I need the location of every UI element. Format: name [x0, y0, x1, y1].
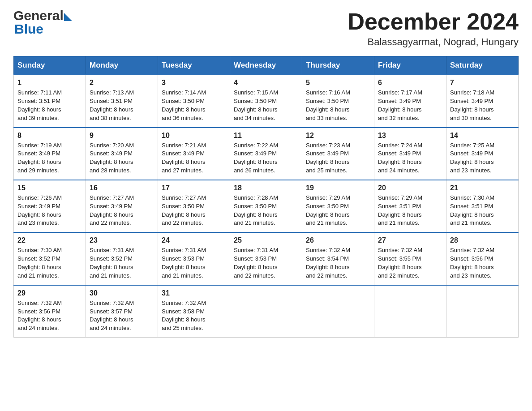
day-number: 29 — [17, 289, 82, 297]
day-number: 7 — [450, 79, 515, 87]
day-info: Sunrise: 7:19 AMSunset: 3:49 PMDaylight:… — [17, 142, 62, 174]
calendar-cell — [302, 285, 374, 338]
calendar-cell: 12Sunrise: 7:23 AMSunset: 3:49 PMDayligh… — [302, 128, 374, 180]
calendar-cell: 22Sunrise: 7:30 AMSunset: 3:52 PMDayligh… — [14, 232, 86, 285]
day-number: 18 — [234, 184, 298, 192]
day-info: Sunrise: 7:31 AMSunset: 3:52 PMDaylight:… — [90, 247, 134, 279]
day-info: Sunrise: 7:26 AMSunset: 3:49 PMDaylight:… — [17, 194, 62, 227]
calendar-cell: 26Sunrise: 7:32 AMSunset: 3:54 PMDayligh… — [302, 232, 374, 285]
weekday-header-monday: Monday — [86, 56, 158, 75]
day-info: Sunrise: 7:27 AMSunset: 3:50 PMDaylight:… — [162, 194, 206, 227]
calendar-cell: 28Sunrise: 7:32 AMSunset: 3:56 PMDayligh… — [446, 232, 519, 285]
day-number: 17 — [162, 184, 226, 192]
day-info: Sunrise: 7:32 AMSunset: 3:58 PMDaylight:… — [162, 300, 206, 332]
calendar-table: SundayMondayTuesdayWednesdayThursdayFrid… — [13, 56, 519, 338]
calendar-cell: 29Sunrise: 7:32 AMSunset: 3:56 PMDayligh… — [14, 285, 86, 338]
calendar-cell: 7Sunrise: 7:18 AMSunset: 3:49 PMDaylight… — [446, 75, 519, 127]
day-info: Sunrise: 7:24 AMSunset: 3:49 PMDaylight:… — [378, 142, 422, 174]
calendar-cell — [446, 285, 519, 338]
calendar-cell: 16Sunrise: 7:27 AMSunset: 3:49 PMDayligh… — [86, 180, 158, 232]
day-number: 4 — [234, 79, 298, 87]
calendar-cell: 24Sunrise: 7:31 AMSunset: 3:53 PMDayligh… — [158, 232, 230, 285]
calendar-cell: 30Sunrise: 7:32 AMSunset: 3:57 PMDayligh… — [86, 285, 158, 338]
calendar-cell: 15Sunrise: 7:26 AMSunset: 3:49 PMDayligh… — [14, 180, 86, 232]
weekday-header-friday: Friday — [374, 56, 446, 75]
day-number: 30 — [90, 289, 154, 297]
calendar-week-1: 1Sunrise: 7:11 AMSunset: 3:51 PMDaylight… — [14, 75, 519, 127]
calendar-week-3: 15Sunrise: 7:26 AMSunset: 3:49 PMDayligh… — [14, 180, 519, 232]
day-number: 9 — [90, 132, 154, 140]
day-number: 15 — [17, 184, 82, 192]
calendar-cell: 13Sunrise: 7:24 AMSunset: 3:49 PMDayligh… — [374, 128, 446, 180]
calendar-cell — [374, 285, 446, 338]
day-info: Sunrise: 7:20 AMSunset: 3:49 PMDaylight:… — [90, 142, 134, 174]
calendar-week-4: 22Sunrise: 7:30 AMSunset: 3:52 PMDayligh… — [14, 232, 519, 285]
day-info: Sunrise: 7:29 AMSunset: 3:51 PMDaylight:… — [378, 194, 422, 227]
day-number: 13 — [378, 132, 442, 140]
calendar-cell: 3Sunrise: 7:14 AMSunset: 3:50 PMDaylight… — [158, 75, 230, 127]
logo-general-text: General — [13, 9, 64, 22]
day-number: 8 — [17, 132, 82, 140]
day-info: Sunrise: 7:32 AMSunset: 3:57 PMDaylight:… — [90, 300, 134, 332]
day-info: Sunrise: 7:31 AMSunset: 3:53 PMDaylight:… — [162, 247, 206, 279]
calendar-cell: 18Sunrise: 7:28 AMSunset: 3:50 PMDayligh… — [230, 180, 302, 232]
day-number: 24 — [162, 236, 226, 244]
logo-blue-text: Blue — [14, 22, 72, 36]
day-info: Sunrise: 7:17 AMSunset: 3:49 PMDaylight:… — [378, 89, 422, 121]
calendar-cell: 27Sunrise: 7:32 AMSunset: 3:55 PMDayligh… — [374, 232, 446, 285]
logo: General Blue — [13, 9, 72, 36]
day-number: 25 — [234, 236, 298, 244]
weekday-header-row: SundayMondayTuesdayWednesdayThursdayFrid… — [14, 56, 519, 75]
day-info: Sunrise: 7:29 AMSunset: 3:50 PMDaylight:… — [306, 194, 350, 227]
day-info: Sunrise: 7:16 AMSunset: 3:50 PMDaylight:… — [306, 89, 350, 121]
page-header: General Blue December 2024 Balassagyarma… — [13, 9, 519, 48]
day-number: 20 — [378, 184, 442, 192]
calendar-cell: 9Sunrise: 7:20 AMSunset: 3:49 PMDaylight… — [86, 128, 158, 180]
day-number: 27 — [378, 236, 442, 244]
day-info: Sunrise: 7:25 AMSunset: 3:49 PMDaylight:… — [450, 142, 494, 174]
day-number: 11 — [234, 132, 298, 140]
location-text: Balassagyarmat, Nograd, Hungary — [348, 36, 519, 48]
day-number: 14 — [450, 132, 515, 140]
day-number: 21 — [450, 184, 515, 192]
logo-chevron-icon — [64, 13, 72, 21]
calendar-cell: 23Sunrise: 7:31 AMSunset: 3:52 PMDayligh… — [86, 232, 158, 285]
weekday-header-sunday: Sunday — [14, 56, 86, 75]
day-number: 3 — [162, 79, 226, 87]
day-info: Sunrise: 7:32 AMSunset: 3:55 PMDaylight:… — [378, 247, 422, 279]
calendar-cell: 5Sunrise: 7:16 AMSunset: 3:50 PMDaylight… — [302, 75, 374, 127]
day-number: 12 — [306, 132, 370, 140]
day-number: 5 — [306, 79, 370, 87]
calendar-cell: 2Sunrise: 7:13 AMSunset: 3:51 PMDaylight… — [86, 75, 158, 127]
calendar-cell: 25Sunrise: 7:31 AMSunset: 3:53 PMDayligh… — [230, 232, 302, 285]
day-info: Sunrise: 7:32 AMSunset: 3:56 PMDaylight:… — [450, 247, 494, 279]
day-info: Sunrise: 7:18 AMSunset: 3:49 PMDaylight:… — [450, 89, 494, 121]
day-info: Sunrise: 7:30 AMSunset: 3:51 PMDaylight:… — [450, 194, 494, 227]
day-info: Sunrise: 7:32 AMSunset: 3:56 PMDaylight:… — [17, 300, 62, 332]
day-info: Sunrise: 7:31 AMSunset: 3:53 PMDaylight:… — [234, 247, 278, 279]
day-info: Sunrise: 7:22 AMSunset: 3:49 PMDaylight:… — [234, 142, 278, 174]
day-info: Sunrise: 7:27 AMSunset: 3:49 PMDaylight:… — [90, 194, 134, 227]
calendar-cell — [230, 285, 302, 338]
day-number: 26 — [306, 236, 370, 244]
day-info: Sunrise: 7:14 AMSunset: 3:50 PMDaylight:… — [162, 89, 206, 121]
calendar-cell: 1Sunrise: 7:11 AMSunset: 3:51 PMDaylight… — [14, 75, 86, 127]
title-block: December 2024 Balassagyarmat, Nograd, Hu… — [348, 9, 519, 48]
day-number: 31 — [162, 289, 226, 297]
weekday-header-tuesday: Tuesday — [158, 56, 230, 75]
weekday-header-thursday: Thursday — [302, 56, 374, 75]
day-info: Sunrise: 7:11 AMSunset: 3:51 PMDaylight:… — [17, 89, 62, 121]
calendar-week-2: 8Sunrise: 7:19 AMSunset: 3:49 PMDaylight… — [14, 128, 519, 180]
day-info: Sunrise: 7:28 AMSunset: 3:50 PMDaylight:… — [234, 194, 278, 227]
day-number: 28 — [450, 236, 515, 244]
weekday-header-saturday: Saturday — [446, 56, 519, 75]
calendar-cell: 20Sunrise: 7:29 AMSunset: 3:51 PMDayligh… — [374, 180, 446, 232]
calendar-cell: 8Sunrise: 7:19 AMSunset: 3:49 PMDaylight… — [14, 128, 86, 180]
day-number: 22 — [17, 236, 82, 244]
day-number: 10 — [162, 132, 226, 140]
day-number: 2 — [90, 79, 154, 87]
day-info: Sunrise: 7:13 AMSunset: 3:51 PMDaylight:… — [90, 89, 134, 121]
calendar-cell: 17Sunrise: 7:27 AMSunset: 3:50 PMDayligh… — [158, 180, 230, 232]
calendar-cell: 14Sunrise: 7:25 AMSunset: 3:49 PMDayligh… — [446, 128, 519, 180]
day-info: Sunrise: 7:32 AMSunset: 3:54 PMDaylight:… — [306, 247, 350, 279]
